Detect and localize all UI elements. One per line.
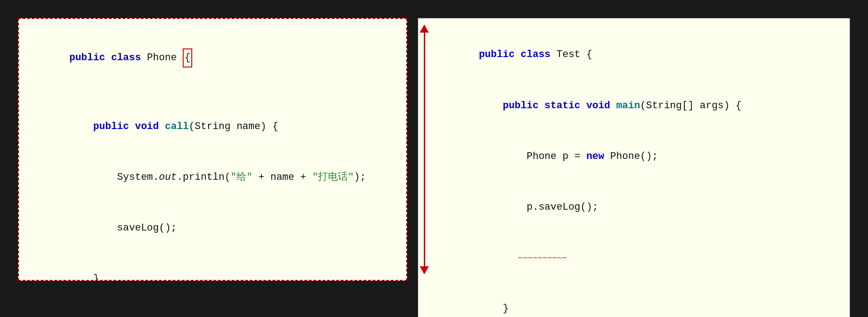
rt-line-2: public static void main(String[] args) { <box>431 80 837 131</box>
right-panel: public class Test { public static void m… <box>418 18 850 317</box>
code-line-call: public void call(String name) { <box>33 101 392 152</box>
rt-line-5: ~~~~~~~~~~ <box>431 233 837 283</box>
code-line-println1: System.out.println("给" + name + "打电话"); <box>33 152 392 203</box>
rt-line-4: p.saveLog(); <box>431 182 837 233</box>
code-line-blank1 <box>33 84 392 101</box>
code-line-1: public class Phone { <box>33 32 392 84</box>
code-line-blank2 <box>33 304 392 317</box>
code-line-savelog: saveLog(); <box>33 203 392 254</box>
rt-line-1: public class Test { <box>431 29 837 80</box>
right-top-code-block: public class Test { public static void m… <box>418 18 850 317</box>
rt-line-3: Phone p = new Phone(); <box>431 131 837 182</box>
double-arrow <box>419 24 430 274</box>
main-container: public class Phone { public void call(St… <box>0 0 868 317</box>
left-code-panel: public class Phone { public void call(St… <box>18 18 407 281</box>
code-line-close1: } <box>33 254 392 304</box>
rt-line-6: } <box>431 283 837 317</box>
